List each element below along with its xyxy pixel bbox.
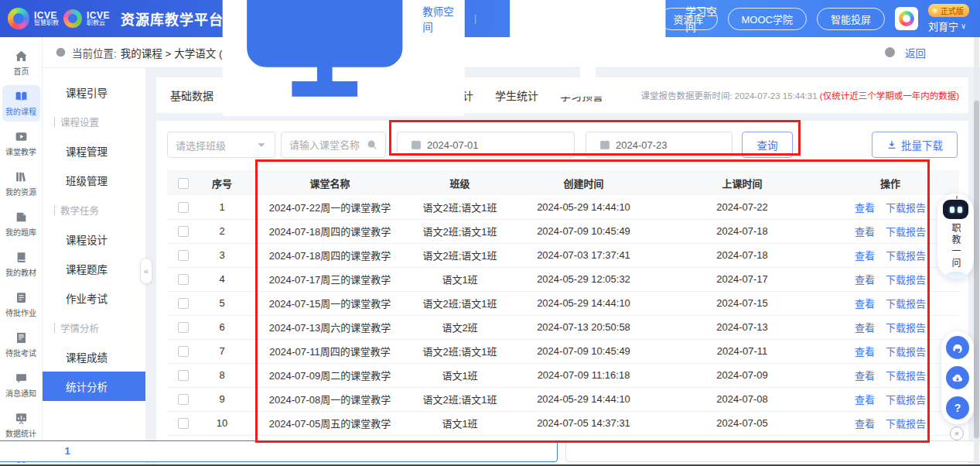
class-select[interactable]: 请选择班级 bbox=[167, 132, 275, 158]
batch-download-button[interactable]: 批量下载 bbox=[872, 132, 958, 158]
scrollbar-thumb[interactable] bbox=[974, 101, 979, 438]
version-badge-label: 正式版 bbox=[941, 5, 964, 16]
tab-basic-data[interactable]: 基础数据 bbox=[159, 77, 224, 113]
workspace-icon bbox=[494, 0, 681, 112]
download-report-link[interactable]: 下载报告 bbox=[886, 418, 926, 430]
icve-zhihuizhijiao-logo-icon bbox=[8, 8, 29, 29]
download-report-link[interactable]: 下载报告 bbox=[886, 202, 926, 214]
row-checkbox[interactable] bbox=[178, 226, 189, 237]
start-date-value: 2024-07-01 bbox=[427, 139, 479, 151]
row-checkbox[interactable] bbox=[178, 346, 189, 357]
row-checkbox[interactable] bbox=[178, 394, 189, 405]
view-link[interactable]: 查看 bbox=[855, 322, 875, 334]
nav-learning-space-label: 学习空间 bbox=[685, 3, 719, 34]
page-button-2[interactable]: 2 bbox=[565, 440, 980, 462]
page-button-1[interactable]: 1 bbox=[0, 440, 558, 462]
scrollbar-track bbox=[974, 37, 979, 466]
download-report-link[interactable]: 下载报告 bbox=[886, 298, 926, 310]
table-row: 72024-07-11周四的课堂教学语文2班;语文1班2024-07-09 10… bbox=[167, 339, 959, 363]
view-link[interactable]: 查看 bbox=[855, 370, 875, 382]
row-seq: 1 bbox=[200, 195, 244, 219]
select-all-checkbox[interactable] bbox=[178, 178, 189, 189]
rail-item-pending-homework[interactable]: 待批作业 bbox=[2, 286, 40, 323]
menu-item-course-grades[interactable]: 课程成绩 bbox=[43, 342, 145, 372]
calendar-icon bbox=[411, 139, 422, 150]
row-checkbox[interactable] bbox=[178, 274, 189, 285]
download-report-link[interactable]: 下载报告 bbox=[886, 370, 926, 382]
logo2-sub: 职教云 bbox=[87, 20, 110, 26]
view-link[interactable]: 查看 bbox=[855, 274, 875, 286]
rail-item-data-statistics[interactable]: 数据统计 bbox=[2, 407, 40, 444]
menu-group-learning-analysis-group: 学情分析 bbox=[43, 313, 145, 342]
view-link[interactable]: 查看 bbox=[855, 226, 875, 238]
menu-item-statistical-analysis[interactable]: 统计分析 bbox=[43, 372, 145, 401]
back-button[interactable]: 返回 bbox=[884, 45, 926, 60]
workspace-nav: 教师空间|学习空间 bbox=[223, 0, 728, 116]
download-report-link[interactable]: 下载报告 bbox=[886, 322, 926, 334]
rail-item-home[interactable]: 首页 bbox=[2, 45, 40, 81]
start-date-picker[interactable]: 2024-07-01 bbox=[397, 132, 575, 158]
nav-learning-space[interactable]: 学习空间 bbox=[486, 0, 728, 116]
search-icon[interactable] bbox=[367, 139, 377, 150]
table-row: 22024-07-18周四的课堂教学语文2班;语文1班2024-07-09 10… bbox=[167, 219, 959, 243]
mooc-academy-button[interactable]: MOOC学院 bbox=[728, 8, 807, 30]
menu-item-homework-exam[interactable]: 作业考试 bbox=[43, 283, 145, 313]
menu-item-course-question-bank[interactable]: 课程题库 bbox=[43, 254, 145, 283]
download-report-link[interactable]: 下载报告 bbox=[886, 274, 926, 286]
row-checkbox[interactable] bbox=[178, 418, 189, 429]
row-checkbox[interactable] bbox=[178, 322, 189, 333]
view-link[interactable]: 查看 bbox=[855, 394, 875, 406]
row-checkbox[interactable] bbox=[178, 250, 189, 261]
row-checkbox[interactable] bbox=[178, 202, 189, 213]
row-checkbox[interactable] bbox=[178, 298, 189, 309]
menu-item-class-management[interactable]: 班级管理 bbox=[43, 166, 145, 195]
user-menu[interactable]: 正式版 刘育宁∨ bbox=[928, 4, 969, 33]
row-seq: 8 bbox=[200, 363, 244, 387]
rail-item-my-textbooks[interactable]: 我的教材 bbox=[2, 246, 40, 283]
close-toolbar-button[interactable]: × bbox=[950, 427, 964, 440]
row-classes: 语文2班;语文1班 bbox=[415, 291, 504, 315]
menu-item-course-guide[interactable]: 课程引导 bbox=[43, 77, 145, 107]
query-button[interactable]: 查询 bbox=[742, 132, 793, 158]
rail-item-my-textbooks-label: 我的教材 bbox=[5, 266, 36, 277]
menu-item-course-management[interactable]: 课程管理 bbox=[43, 136, 145, 166]
rail-item-pending-exams[interactable]: 待批考试 bbox=[2, 327, 40, 363]
row-classes: 语文2班 bbox=[415, 315, 504, 339]
view-link[interactable]: 查看 bbox=[855, 346, 875, 358]
sidebar-collapse-handle[interactable]: « bbox=[140, 258, 152, 284]
table-row: 12024-07-22周一的课堂教学语文2班;语文1班2024-05-29 14… bbox=[167, 195, 959, 219]
assistant-widget[interactable]: 职教一问 bbox=[937, 194, 974, 279]
report-card: 请选择班级 2024-07-01 bbox=[156, 121, 968, 466]
download-report-link[interactable]: 下载报告 bbox=[886, 394, 926, 406]
user-name: 刘育宁 bbox=[928, 19, 958, 33]
view-link[interactable]: 查看 bbox=[855, 202, 875, 214]
row-actions: 查看下载报告 bbox=[821, 363, 959, 387]
row-classes: 语文2班;语文1班 bbox=[415, 243, 504, 267]
view-link[interactable]: 查看 bbox=[855, 418, 875, 430]
customer-service-button[interactable] bbox=[946, 336, 969, 359]
table-row: 82024-07-09周二的课堂教学语文1班2024-07-09 11:16:1… bbox=[167, 363, 959, 387]
select-chevron-down-icon bbox=[256, 139, 267, 150]
download-report-link[interactable]: 下载报告 bbox=[886, 346, 926, 358]
download-report-link[interactable]: 下载报告 bbox=[886, 226, 926, 238]
menu-item-course-design[interactable]: 课程设计 bbox=[43, 224, 145, 254]
end-date-picker[interactable]: 2024-07-23 bbox=[586, 132, 732, 158]
download-report-link[interactable]: 下载报告 bbox=[886, 250, 926, 262]
back-label: 返回 bbox=[905, 45, 926, 60]
rail-item-my-question-bank[interactable]: 我的题库 bbox=[2, 206, 40, 242]
view-link[interactable]: 查看 bbox=[855, 250, 875, 262]
course-side-menu: 课程引导课程设置课程管理班级管理教学任务课程设计课程题库作业考试学情分析课程成绩… bbox=[43, 68, 145, 466]
rail-item-classroom-teaching[interactable]: 课堂教学 bbox=[2, 125, 40, 162]
row-checkbox[interactable] bbox=[178, 370, 189, 381]
rail-item-my-resources[interactable]: 我的资源 bbox=[2, 166, 40, 202]
avatar[interactable] bbox=[895, 7, 918, 30]
smart-cast-button[interactable]: 智能投屏 bbox=[817, 8, 885, 30]
view-link[interactable]: 查看 bbox=[855, 298, 875, 310]
help-button[interactable]: ? bbox=[946, 396, 969, 420]
nav-teacher-space[interactable]: 教师空间 bbox=[223, 0, 465, 116]
search-input[interactable] bbox=[289, 139, 367, 151]
rail-item-my-courses[interactable]: 我的课程 bbox=[2, 85, 40, 122]
rail-item-my-courses-label: 我的课程 bbox=[5, 105, 36, 116]
download-center-button[interactable] bbox=[946, 366, 969, 389]
rail-item-notifications[interactable]: 消息通知 bbox=[2, 367, 40, 403]
